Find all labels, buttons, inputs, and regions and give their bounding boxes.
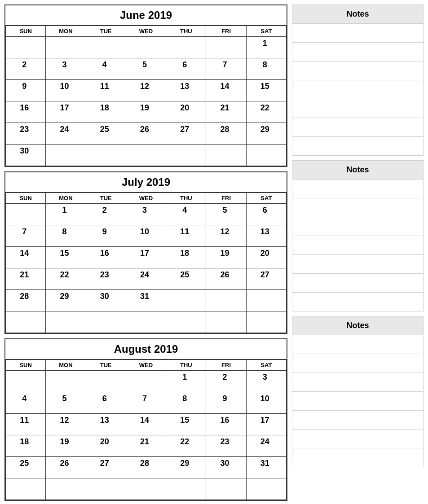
- calendar-day-cell: 21: [206, 101, 246, 123]
- calendar-day-cell: 15: [46, 247, 86, 268]
- notes-line[interactable]: [292, 137, 424, 156]
- notes-line[interactable]: [292, 392, 424, 411]
- calendar-day-cell: [166, 290, 206, 311]
- calendar-week-row: 11121314151617: [6, 414, 287, 435]
- calendar-day-cell: [86, 37, 126, 58]
- calendar-day-cell: 18: [6, 435, 46, 457]
- notes-line[interactable]: [292, 61, 424, 80]
- calendar-day-cell: 6: [246, 204, 286, 225]
- calendar-0: June 2019SUNMONTUEWEDTHUFRISAT1234567891…: [4, 4, 287, 167]
- calendar-day-header: MON: [46, 193, 86, 204]
- calendar-day-cell: 24: [126, 268, 166, 290]
- calendar-day-cell: 14: [126, 414, 166, 435]
- notes-line[interactable]: [292, 274, 424, 293]
- calendar-day-cell: 28: [126, 457, 166, 478]
- calendar-day-cell: 18: [86, 101, 126, 123]
- calendar-day-cell: 13: [166, 80, 206, 101]
- calendar-day-cell: 9: [6, 80, 46, 101]
- calendar-day-header: SAT: [246, 193, 286, 204]
- calendar-week-row: 23242526272829: [6, 123, 287, 145]
- calendar-day-cell: 30: [6, 145, 46, 166]
- calendar-day-cell: [46, 37, 86, 58]
- calendar-day-cell: 19: [126, 101, 166, 123]
- notes-line[interactable]: [292, 293, 424, 311]
- notes-lines-1: [292, 180, 424, 311]
- notes-line[interactable]: [292, 80, 424, 99]
- calendar-week-row: 78910111213: [6, 225, 287, 247]
- notes-line[interactable]: [292, 24, 424, 43]
- calendar-day-cell: 8: [46, 225, 86, 247]
- calendar-day-cell: 21: [126, 435, 166, 457]
- calendar-week-row: 1: [6, 37, 287, 58]
- notes-line[interactable]: [292, 448, 424, 467]
- calendar-day-cell: 16: [6, 101, 46, 123]
- notes-line[interactable]: [292, 411, 424, 429]
- calendar-week-row: 30: [6, 145, 287, 166]
- calendar-day-cell: 3: [246, 371, 286, 392]
- notes-line[interactable]: [292, 43, 424, 61]
- calendar-day-cell: 29: [246, 123, 286, 145]
- notes-line[interactable]: [292, 217, 424, 236]
- notes-section-2: Notes: [292, 316, 424, 467]
- calendar-week-row: 21222324252627: [6, 268, 287, 290]
- calendar-day-cell: 26: [126, 123, 166, 145]
- calendar-day-cell: 5: [46, 392, 86, 414]
- calendar-day-cell: 12: [126, 80, 166, 101]
- calendar-table-0: SUNMONTUEWEDTHUFRISAT1234567891011121314…: [5, 26, 287, 166]
- calendar-day-cell: 14: [206, 80, 246, 101]
- calendar-day-cell: 5: [126, 58, 166, 80]
- calendar-week-row: 2345678: [6, 58, 287, 80]
- calendar-day-cell: 24: [246, 435, 286, 457]
- calendar-day-cell: [166, 311, 206, 333]
- notes-line[interactable]: [292, 335, 424, 354]
- calendar-title-1: July 2019: [5, 172, 287, 193]
- calendar-day-cell: 4: [86, 58, 126, 80]
- calendar-day-cell: [166, 37, 206, 58]
- calendar-day-cell: 20: [166, 101, 206, 123]
- notes-line[interactable]: [292, 236, 424, 255]
- calendar-day-cell: [86, 371, 126, 392]
- calendar-day-cell: [86, 145, 126, 166]
- calendar-day-cell: 29: [166, 457, 206, 478]
- calendar-day-header: SAT: [246, 26, 286, 37]
- calendar-day-cell: 25: [86, 123, 126, 145]
- calendar-day-header: TUE: [86, 26, 126, 37]
- calendar-day-header: FRI: [206, 193, 246, 204]
- calendar-day-cell: 23: [206, 435, 246, 457]
- notes-line[interactable]: [292, 255, 424, 274]
- calendar-day-cell: 31: [126, 290, 166, 311]
- calendar-day-cell: [246, 311, 286, 333]
- calendar-day-cell: 9: [86, 225, 126, 247]
- calendar-day-cell: 2: [6, 58, 46, 80]
- notes-line[interactable]: [292, 118, 424, 137]
- notes-line[interactable]: [292, 354, 424, 373]
- calendar-day-header: FRI: [206, 360, 246, 371]
- calendar-day-cell: 1: [246, 37, 286, 58]
- notes-line[interactable]: [292, 198, 424, 217]
- calendar-day-cell: 1: [166, 371, 206, 392]
- calendar-day-cell: 28: [6, 290, 46, 311]
- calendar-day-cell: [206, 311, 246, 333]
- calendar-day-cell: 5: [206, 204, 246, 225]
- calendar-day-cell: 7: [126, 392, 166, 414]
- calendar-day-cell: [206, 290, 246, 311]
- notes-line[interactable]: [292, 373, 424, 392]
- calendar-day-cell: 1: [46, 204, 86, 225]
- page-container: June 2019SUNMONTUEWEDTHUFRISAT1234567891…: [4, 4, 424, 501]
- calendar-day-cell: 20: [246, 247, 286, 268]
- calendar-day-header: THU: [166, 193, 206, 204]
- calendar-week-row: [6, 478, 287, 500]
- calendar-day-cell: 11: [86, 80, 126, 101]
- calendar-day-cell: 6: [166, 58, 206, 80]
- calendar-day-cell: [126, 37, 166, 58]
- calendar-day-cell: [166, 145, 206, 166]
- calendar-day-cell: 19: [46, 435, 86, 457]
- calendar-day-cell: 3: [126, 204, 166, 225]
- calendar-day-cell: 11: [6, 414, 46, 435]
- calendar-day-header: SAT: [246, 360, 286, 371]
- notes-line[interactable]: [292, 99, 424, 118]
- notes-line[interactable]: [292, 180, 424, 198]
- notes-line[interactable]: [292, 429, 424, 448]
- calendar-day-cell: 17: [246, 414, 286, 435]
- calendar-day-header: WED: [126, 26, 166, 37]
